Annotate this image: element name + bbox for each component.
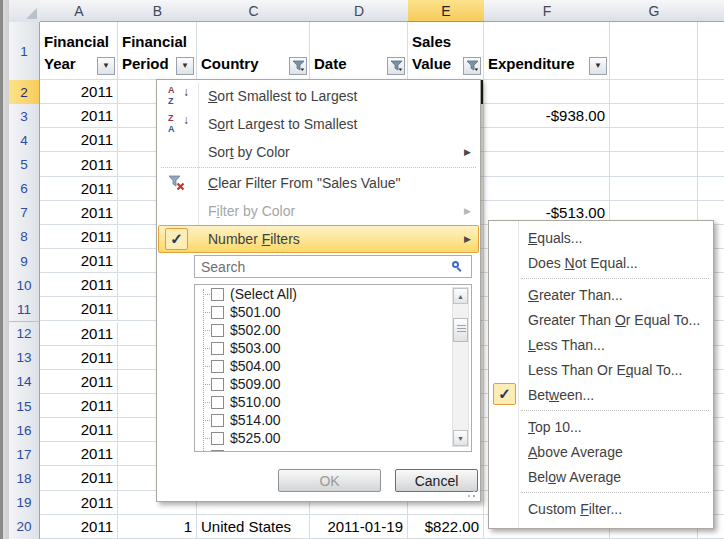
cancel-button[interactable]: Cancel <box>395 469 478 492</box>
cell-partial-3[interactable] <box>698 104 724 128</box>
cell-A2[interactable]: 2011 <box>40 80 118 104</box>
cell-A11[interactable]: 2011 <box>40 297 118 321</box>
select-all-corner[interactable] <box>9 0 41 23</box>
cell-G6[interactable] <box>610 177 698 201</box>
filter-button-B[interactable]: ▼ <box>176 57 194 75</box>
cell-F2[interactable] <box>484 80 610 104</box>
cell-A17[interactable]: 2011 <box>40 442 118 466</box>
cell-G4[interactable] <box>610 128 698 152</box>
filter-value-514-00[interactable]: $514.00 <box>195 411 471 429</box>
cell-F5[interactable] <box>484 152 610 176</box>
header-cell-date[interactable]: Date <box>310 22 408 80</box>
header-cell-expenditure[interactable]: Expenditure▼ <box>484 22 610 80</box>
cell-A19[interactable]: 2011 <box>40 491 118 515</box>
column-header-partial[interactable] <box>698 0 724 22</box>
cell-A12[interactable]: 2011 <box>40 322 118 346</box>
row-header-8[interactable]: 8 <box>9 225 40 250</box>
scroll-thumb[interactable] <box>453 318 468 342</box>
cell-A7[interactable]: 2011 <box>40 201 118 225</box>
row-header-11[interactable]: 11 <box>9 297 40 322</box>
cell-A4[interactable]: 2011 <box>40 128 118 152</box>
scroll-up-button[interactable]: ▲ <box>453 288 468 304</box>
column-header-C[interactable]: C <box>197 0 311 22</box>
cell-partial-6[interactable] <box>698 177 724 201</box>
cell-C20[interactable]: United States <box>197 515 310 539</box>
submenu-item-between[interactable]: ✓Between... <box>489 382 713 407</box>
cell-A15[interactable]: 2011 <box>40 394 118 418</box>
filter-button-F[interactable]: ▼ <box>589 57 607 75</box>
checkbox[interactable] <box>211 360 224 373</box>
row-header-13[interactable]: 13 <box>9 346 40 371</box>
filter-value-510-00[interactable]: $510.00 <box>195 393 471 411</box>
menu-item-clear-filter-from-sales-value[interactable]: Clear Filter From "Sales Value" <box>158 169 479 197</box>
submenu-item-below-average[interactable]: Below Average <box>489 464 713 489</box>
cell-D20[interactable]: 2011-01-19 <box>310 515 408 539</box>
header-cell-financial-year[interactable]: Financial Year▼ <box>40 22 118 80</box>
checkbox[interactable] <box>211 450 224 453</box>
cell-A18[interactable]: 2011 <box>40 466 118 490</box>
row-header-10[interactable]: 10 <box>9 273 40 298</box>
filter-button-D[interactable] <box>387 57 405 75</box>
column-header-D[interactable]: D <box>310 0 409 22</box>
row-header-2[interactable]: 2 <box>9 80 40 105</box>
resize-grip[interactable] <box>473 495 475 497</box>
row-header-19[interactable]: 19 <box>9 491 40 516</box>
row-header-1[interactable]: 1 <box>9 22 40 81</box>
checkbox[interactable] <box>211 324 224 337</box>
cell-A20[interactable]: 2011 <box>40 515 118 539</box>
checkbox[interactable] <box>211 396 224 409</box>
cell-A6[interactable]: 2011 <box>40 177 118 201</box>
cell-A10[interactable]: 2011 <box>40 273 118 297</box>
column-header-G[interactable]: G <box>610 0 699 22</box>
row-header-12[interactable]: 12 <box>9 322 40 347</box>
submenu-item-greater-than-or-equal-to[interactable]: Greater Than Or Equal To... <box>489 307 713 332</box>
filter-value-503-00[interactable]: $503.00 <box>195 339 471 357</box>
cell-A8[interactable]: 2011 <box>40 225 118 249</box>
checkbox[interactable] <box>211 288 224 301</box>
checkbox[interactable] <box>211 306 224 319</box>
submenu-item-does-not-equal[interactable]: Does Not Equal... <box>489 250 713 275</box>
row-header-7[interactable]: 7 <box>9 201 40 226</box>
menu-item-sort-by-color[interactable]: Sort by Color▶ <box>158 138 479 166</box>
submenu-item-equals[interactable]: Equals... <box>489 225 713 250</box>
row-header-14[interactable]: 14 <box>9 370 40 395</box>
cell-G3[interactable] <box>610 104 698 128</box>
cell-F6[interactable] <box>484 177 610 201</box>
header-cell-country[interactable]: Country <box>197 22 310 80</box>
cell-A16[interactable]: 2011 <box>40 418 118 442</box>
submenu-item-custom-filter[interactable]: Custom Filter... <box>489 496 713 521</box>
cell-F3[interactable]: -$938.00 <box>484 104 610 128</box>
list-scrollbar[interactable]: ▲ ▼ <box>452 287 469 447</box>
cell-G2[interactable] <box>610 80 698 104</box>
header-cell-financial-period[interactable]: Financial Period▼ <box>118 22 197 80</box>
row-header-16[interactable]: 16 <box>9 418 40 443</box>
submenu-item-less-than[interactable]: Less Than... <box>489 332 713 357</box>
filter-button-E[interactable] <box>463 57 481 75</box>
menu-item-sort-largest-to-smallest[interactable]: ZA↓Sort Largest to Smallest <box>158 110 479 138</box>
row-header-15[interactable]: 15 <box>9 394 40 419</box>
cell-A13[interactable]: 2011 <box>40 346 118 370</box>
row-header-4[interactable]: 4 <box>9 128 40 153</box>
checkbox[interactable] <box>211 432 224 445</box>
row-header-3[interactable]: 3 <box>9 104 40 129</box>
column-header-A[interactable]: A <box>40 0 119 22</box>
submenu-item-less-than-or-equal-to[interactable]: Less Than Or Equal To... <box>489 357 713 382</box>
row-header-5[interactable]: 5 <box>9 152 40 177</box>
row-header-17[interactable]: 17 <box>9 442 40 467</box>
cell-G5[interactable] <box>610 152 698 176</box>
row-header-6[interactable]: 6 <box>9 177 40 202</box>
cell-A9[interactable]: 2011 <box>40 249 118 273</box>
submenu-item-greater-than[interactable]: Greater Than... <box>489 282 713 307</box>
column-header-E[interactable]: E <box>408 0 485 22</box>
cell-A3[interactable]: 2011 <box>40 104 118 128</box>
filter-button-A[interactable]: ▼ <box>97 57 115 75</box>
filter-value-select-all[interactable]: (Select All) <box>195 285 471 303</box>
checkbox[interactable] <box>211 378 224 391</box>
cell-B20[interactable]: 1 <box>118 515 197 539</box>
cell-A14[interactable]: 2011 <box>40 370 118 394</box>
cell-partial-4[interactable] <box>698 128 724 152</box>
ok-button[interactable]: OK <box>278 469 381 492</box>
header-cell-empty-partial[interactable] <box>698 22 724 80</box>
column-header-B[interactable]: B <box>118 0 198 22</box>
menu-item-sort-smallest-to-largest[interactable]: AZ↓Sort Smallest to Largest <box>158 82 479 110</box>
